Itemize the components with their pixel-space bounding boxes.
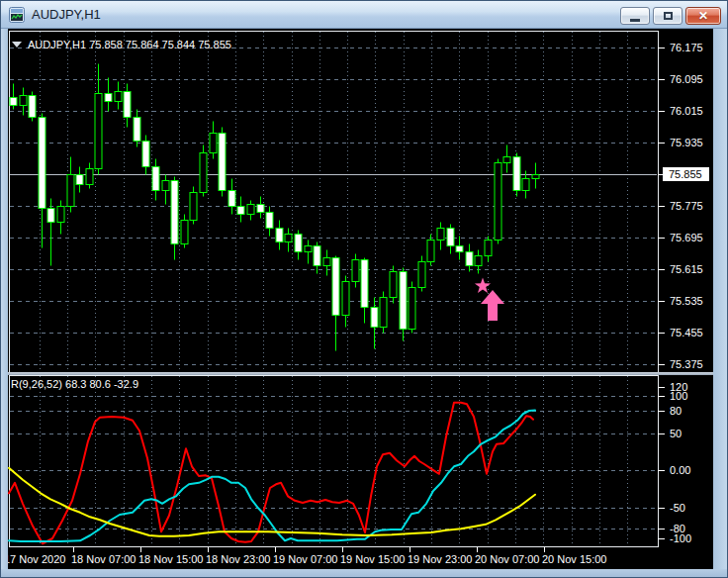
minimize-icon bbox=[630, 19, 640, 22]
price-tick-label: 75.775 bbox=[670, 200, 703, 212]
time-tick-label: 19 Nov 15:00 bbox=[340, 553, 405, 565]
time-tick-label: 19 Nov 23:00 bbox=[408, 553, 472, 565]
indicator-tick-label: 80 bbox=[670, 405, 682, 417]
minimize-button[interactable] bbox=[620, 7, 650, 25]
chart-client-area[interactable] bbox=[8, 29, 715, 571]
price-tick-label: 75.455 bbox=[670, 327, 703, 338]
price-tick-label: 75.695 bbox=[670, 232, 703, 243]
indicator-tick-label: -100 bbox=[670, 532, 691, 544]
indicator-tick-label: 100 bbox=[670, 390, 687, 402]
price-tick-label: 75.935 bbox=[670, 137, 703, 148]
price-tick-label: 75.615 bbox=[670, 263, 703, 275]
ohlc-quote-row: AUDJPY,H1 75.858 75.864 75.844 75.855 bbox=[12, 39, 231, 50]
time-tick-label: 19 Nov 07:00 bbox=[273, 553, 337, 565]
price-tick-label: 75.535 bbox=[670, 295, 703, 307]
window-title: AUDJPY,H1 bbox=[32, 7, 101, 22]
restore-icon bbox=[664, 12, 673, 20]
ohlc-label: AUDJPY,H1 75.858 75.864 75.844 75.855 bbox=[28, 39, 231, 50]
window-border-right bbox=[713, 29, 727, 578]
chart-window: AUDJPY,H1 ✕ AUDJPY,H1 75.858 75.864 75.8… bbox=[0, 0, 728, 578]
time-tick-label: 18 Nov 15:00 bbox=[138, 553, 203, 565]
time-tick-label: 20 Nov 07:00 bbox=[475, 553, 539, 565]
window-border-bottom bbox=[1, 569, 728, 577]
time-tick-label: 17 Nov 2020 bbox=[4, 553, 65, 565]
window-border-left bbox=[1, 29, 8, 578]
restore-button[interactable] bbox=[653, 7, 682, 25]
time-tick-label: 18 Nov 07:00 bbox=[71, 553, 136, 565]
indicator-tick-label: 50 bbox=[670, 428, 682, 439]
indicator-tick-label: -50 bbox=[670, 502, 685, 514]
window-controls: ✕ bbox=[620, 7, 721, 25]
chart-window-icon[interactable] bbox=[9, 7, 25, 23]
time-tick-label: 18 Nov 23:00 bbox=[206, 553, 270, 565]
price-tick-label: 75.375 bbox=[670, 358, 703, 370]
close-button[interactable]: ✕ bbox=[685, 7, 721, 25]
chart-icon bbox=[9, 7, 25, 23]
price-tick-label: 76.015 bbox=[670, 105, 703, 117]
pane-splitter[interactable] bbox=[8, 372, 715, 375]
current-price-badge: 75.855 bbox=[663, 167, 709, 181]
price-tick-label: 76.175 bbox=[670, 42, 703, 53]
indicator-label: R(9,26,52) 68.3 80.6 -32.9 bbox=[11, 378, 138, 390]
chevron-down-icon[interactable] bbox=[12, 42, 22, 48]
time-tick-label: 20 Nov 15:00 bbox=[542, 553, 606, 565]
window-titlebar[interactable]: AUDJPY,H1 ✕ bbox=[1, 1, 728, 29]
price-tick-label: 76.095 bbox=[670, 73, 703, 85]
indicator-tick-label: 0.00 bbox=[670, 464, 690, 476]
close-icon: ✕ bbox=[698, 10, 708, 22]
